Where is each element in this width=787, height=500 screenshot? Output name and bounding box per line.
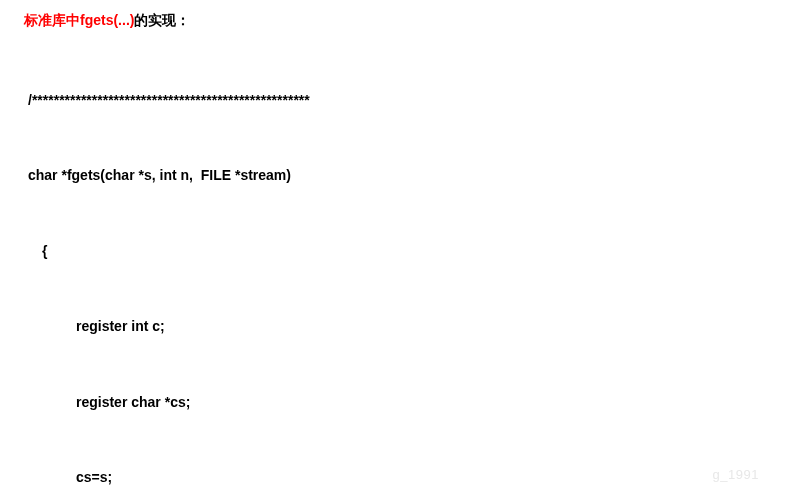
brace-open: {: [28, 239, 759, 264]
code-line-register-int: register int c;: [28, 314, 759, 339]
title-prefix: 标准库中: [24, 12, 80, 28]
function-signature: char *fgets(char *s, int n, FILE *stream…: [28, 163, 759, 188]
title-suffix: 的实现：: [134, 12, 190, 28]
code-line-register-char: register char *cs;: [28, 390, 759, 415]
code-line-assign-cs: cs=s;: [28, 465, 759, 490]
document-title: 标准库中fgets(...)的实现：: [24, 8, 759, 33]
comment-open-line: /***************************************…: [28, 88, 759, 113]
code-block: /***************************************…: [28, 37, 759, 500]
title-highlight: fgets(...): [80, 12, 134, 28]
